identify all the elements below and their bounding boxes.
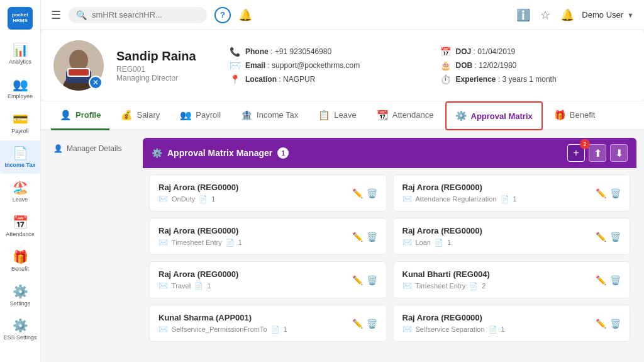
email-card-icon: ✉️ — [402, 238, 412, 247]
employee-icon: 👥 — [13, 77, 28, 92]
benefit-tab-icon: 🎁 — [554, 110, 566, 121]
avatar-edit-badge[interactable]: ✕ — [89, 76, 103, 89]
card-info: Raj Arora (REG0000) ✉️ Loan 📄 1 — [402, 226, 596, 247]
approval-header-actions: + 2 ⬆ ⬇ — [567, 144, 628, 162]
manager-details-button[interactable]: 👤 Manager Details — [48, 140, 128, 157]
approval-card-7: Raj Arora (REG0000) ✉️ Selfservice Separ… — [393, 305, 631, 342]
menu-icon[interactable]: ☰ — [51, 8, 61, 22]
card-info: Kunal Sharma (APP001) ✉️ Selfservice_Per… — [158, 313, 352, 334]
card-detail: ✉️ OnDuty 📄 1 — [158, 195, 352, 203]
delete-button[interactable]: 🗑️ — [610, 188, 621, 198]
edit-button[interactable]: ✏️ — [596, 275, 606, 285]
email-card-icon: ✉️ — [402, 325, 412, 334]
approval-card-5: Kunal Bharti (REG004) ✉️ Timesheet Entry… — [393, 261, 631, 298]
email-card-icon: ✉️ — [402, 195, 412, 203]
tab-income-tax[interactable]: 🏦 Income Tax — [232, 102, 307, 130]
profile-info: Sandip Raina REG001 Managing Director — [116, 49, 217, 82]
search-box[interactable]: 🔍 — [69, 7, 207, 23]
delete-button[interactable]: 🗑️ — [610, 275, 621, 285]
delete-button[interactable]: 🗑️ — [610, 232, 621, 242]
card-actions: ✏️ 🗑️ — [352, 188, 377, 198]
salary-tab-icon: 💰 — [121, 110, 133, 121]
delete-button[interactable]: 🗑️ — [367, 232, 377, 242]
card-actions: ✏️ 🗑️ — [352, 275, 377, 285]
delete-button[interactable]: 🗑️ — [367, 319, 377, 329]
topbar-icons: ℹ️ ☆ 🔔 — [516, 8, 574, 22]
settings-icon: ⚙️ — [13, 284, 28, 299]
approval-card-2: Raj Arora (REG0000) ✉️ Timesheet Entry 📄… — [149, 218, 387, 255]
sidebar-item-leave[interactable]: 🏖️ Leave — [0, 175, 40, 208]
actions-badge: 2 — [580, 139, 590, 149]
email-card-icon: ✉️ — [402, 281, 412, 290]
sidebar-item-analytics[interactable]: 📊 Analytics — [0, 37, 40, 71]
edit-button[interactable]: ✏️ — [352, 188, 363, 198]
leave-icon: 🏖️ — [13, 180, 28, 195]
ess-settings-icon: ⚙️ — [13, 318, 28, 333]
sidebar: pocketHRMS 📊 Analytics 👥 Employee 💳 Payr… — [0, 0, 41, 362]
edit-button[interactable]: ✏️ — [352, 232, 363, 242]
doc-icon: 📄 — [435, 239, 443, 247]
benefit-icon: 🎁 — [13, 249, 28, 264]
user-chevron-icon: ▼ — [627, 11, 634, 19]
approval-card-3: Raj Arora (REG0000) ✉️ Loan 📄 1 ✏️ 🗑️ — [393, 218, 631, 255]
edit-button[interactable]: ✏️ — [596, 319, 606, 329]
sub-content: 👤 Manager Details ⚙️ Approval Matrix Man… — [41, 130, 644, 362]
card-detail: ✉️ Selfservice Separation 📄 1 — [402, 325, 596, 334]
approval-badge: 1 — [277, 147, 289, 159]
download-button[interactable]: ⬇ — [610, 144, 628, 162]
approval-card-4: Raj Arora (REG0000) ✉️ Travel 📄 1 ✏️ 🗑️ — [149, 261, 387, 298]
delete-button[interactable]: 🗑️ — [367, 188, 377, 198]
attendance-icon: 📅 — [13, 215, 28, 230]
approval-tab-icon: ⚙️ — [455, 110, 467, 122]
help-icon[interactable]: ? — [214, 7, 231, 23]
tab-approval-matrix[interactable]: ⚙️ Approval Matrix — [445, 101, 543, 130]
sidebar-item-employee[interactable]: 👥 Employee — [0, 72, 40, 105]
approval-card-0: Raj Arora (REG0000) ✉️ OnDuty 📄 1 ✏️ 🗑️ — [149, 174, 387, 212]
leave-tab-icon: 📋 — [318, 110, 330, 121]
employee-name: Sandip Raina — [116, 49, 217, 64]
tab-benefit[interactable]: 🎁 Benefit — [545, 102, 604, 130]
card-detail: ✉️ Attendance Regularization 📄 1 — [402, 195, 596, 203]
manager-icon: 👤 — [53, 144, 63, 153]
avatar: ✕ — [53, 40, 104, 91]
card-info: Raj Arora (REG0000) ✉️ Selfservice Separ… — [402, 313, 596, 334]
notification-icon[interactable]: 🔔 — [238, 9, 252, 21]
card-actions: ✏️ 🗑️ — [596, 275, 621, 285]
search-input[interactable] — [92, 10, 186, 20]
tab-profile[interactable]: 👤 Profile — [51, 102, 109, 130]
delete-button[interactable]: 🗑️ — [610, 319, 621, 329]
sidebar-item-attendance[interactable]: 📅 Attendance — [0, 210, 40, 243]
phone-icon: 📞 — [230, 47, 240, 57]
card-actions: ✏️ 🗑️ — [352, 319, 377, 329]
sidebar-item-benefit[interactable]: 🎁 Benefit — [0, 244, 40, 278]
tab-salary[interactable]: 💰 Salary — [112, 102, 169, 130]
card-info: Raj Arora (REG0000) ✉️ Timesheet Entry 📄… — [158, 226, 352, 247]
bell-icon[interactable]: 🔔 — [560, 8, 574, 22]
sidebar-item-payroll[interactable]: 💳 Payroll — [0, 106, 40, 140]
sidebar-item-settings[interactable]: ⚙️ Settings — [0, 279, 40, 312]
edit-button[interactable]: ✏️ — [596, 232, 606, 242]
calendar-icon: 📅 — [440, 47, 451, 57]
user-menu[interactable]: Demo User ▼ — [582, 10, 634, 20]
sidebar-item-income-tax[interactable]: 📄 Income Tax — [0, 140, 40, 174]
star-icon[interactable]: ☆ — [540, 8, 550, 22]
approval-matrix-header: ⚙️ Approval Matrix Manager 1 + 2 ⬆ ⬇ — [143, 138, 636, 168]
dob-detail: 🎂 DOB : 12/02/1980 — [440, 60, 632, 71]
edit-button[interactable]: ✏️ — [352, 275, 363, 285]
tab-attendance[interactable]: 📆 Attendance — [368, 102, 443, 130]
doc-icon: 📄 — [469, 282, 478, 290]
sidebar-item-ess-settings[interactable]: ⚙️ ESS Settings — [0, 313, 40, 346]
analytics-icon: 📊 — [13, 42, 28, 57]
upload-button[interactable]: ⬆ — [589, 144, 606, 162]
payroll-icon: 💳 — [13, 111, 28, 127]
email-card-icon: ✉️ — [158, 325, 168, 334]
tab-payroll[interactable]: 👥 Payroll — [171, 102, 230, 130]
delete-button[interactable]: 🗑️ — [367, 275, 377, 285]
edit-button[interactable]: ✏️ — [596, 188, 606, 198]
income-tax-tab-icon: 🏦 — [241, 110, 253, 121]
info-icon[interactable]: ℹ️ — [516, 8, 530, 22]
edit-button[interactable]: ✏️ — [352, 319, 363, 329]
tab-leave[interactable]: 📋 Leave — [309, 102, 365, 130]
notification-wrapper: 🔔 — [238, 8, 252, 22]
card-actions: ✏️ 🗑️ — [352, 232, 377, 242]
